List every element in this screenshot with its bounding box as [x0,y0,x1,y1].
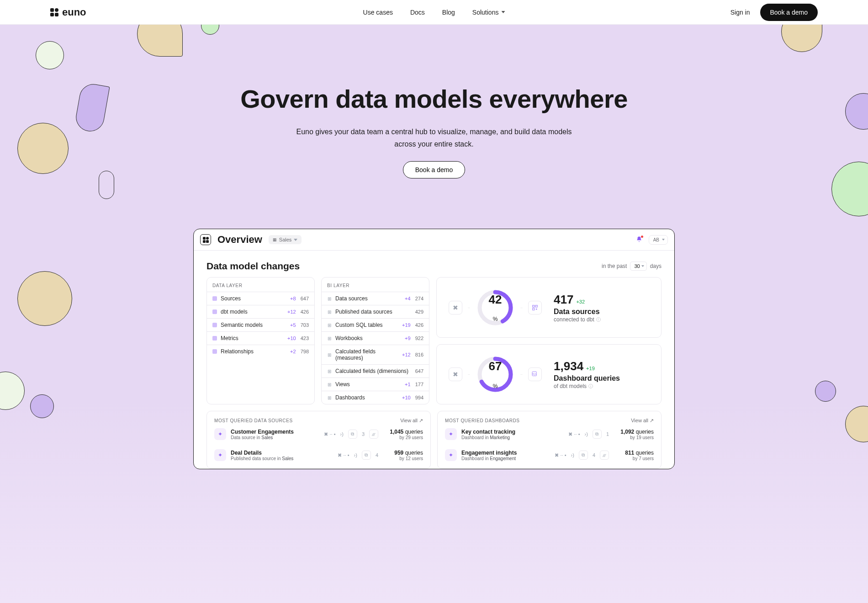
nav-use-cases[interactable]: Use cases [363,9,393,16]
list-row[interactable]: ⊞Calculated fields (dimensions)647 [322,364,429,378]
row-tools: ✖ ·· •›)⧉3⫻ [324,430,378,439]
nav-book-demo-button[interactable]: Book a demo [760,4,818,21]
row-delta: +8 [290,296,296,301]
days-select[interactable]: 30 [630,262,646,271]
row-total: 177 [415,382,423,387]
join-icon: ·· [520,372,523,377]
layer-icon: ⊞ [327,395,332,400]
row-label: Custom SQL tables [335,322,402,328]
list-row[interactable]: ⊞Calculated fields (measures)+12816 [322,345,429,364]
list-row[interactable]: Relationships+2798 [207,345,314,358]
row-total: 703 [301,322,309,328]
nav-sign-in[interactable]: Sign in [730,9,750,16]
app-preview: Overview ▦ Sales AB Data model changes i… [193,229,675,469]
hero-title: Govern data models everywhere [0,25,868,114]
bell-icon[interactable] [636,236,642,244]
queried-row[interactable]: ✦Customer EngagementsData source in Sale… [214,424,423,445]
row-label: Calculated fields (dimensions) [335,368,411,374]
row-label: Dashboards [335,394,402,401]
info-icon[interactable]: i [588,384,593,388]
layer-icon: ⊞ [327,323,332,327]
list-row[interactable]: Metrics+10423 [207,331,314,345]
close-icon: ✖ [449,301,462,315]
source-icon: ✦ [445,449,457,461]
view-all-link[interactable]: View all ↗ [631,418,654,424]
row-delta: +10 [287,336,296,341]
row-label: Semantic models [221,322,290,328]
stat-dashboard-queries: ✖··67%··SQL1,934+19Dashboard queriesof d… [436,344,662,405]
workspace-chip[interactable]: ▦ Sales [269,235,302,244]
hero-subtitle: Euno gives your data team a central hub … [292,126,576,150]
layer-icon: ⊞ [327,336,332,341]
row-delta: +5 [290,322,296,328]
copy-icon: ⧉ [579,451,588,460]
decor-blob [845,406,868,442]
brand-name: euno [62,6,86,18]
list-row[interactable]: ⊞Custom SQL tables+19426 [322,318,429,331]
row-delta: +12 [402,352,411,357]
nav-solutions[interactable]: Solutions [472,9,505,16]
layer-icon [212,323,217,327]
stat-text: 417+32Data sourcesconnected to dbt i [554,293,601,323]
svg-rect-4 [533,308,535,310]
copy-icon: ⧉ [362,451,371,460]
queried-row[interactable]: ✦Engagement insightsDashboard in Engagem… [445,445,654,466]
decor-blob [17,123,69,174]
brand-mark-icon [50,8,58,16]
list-row[interactable]: Semantic models+5703 [207,318,314,331]
avatar-menu[interactable]: AB [649,235,668,245]
row-tools: ✖ ·· •›)⧉4 [338,451,378,460]
app-logo-icon[interactable] [200,234,211,245]
bi-layer-panel: BI LAYER ⊞Data sources+4274⊞Published da… [321,277,429,404]
svg-rect-2 [533,305,535,307]
row-total: 426 [415,322,423,328]
copy-icon: ⧉ [348,430,357,439]
row-label: Views [335,381,405,388]
layer-icon: ⊞ [327,296,332,301]
nav-blog[interactable]: Blog [442,9,455,16]
layer-icon: ⊞ [327,352,332,357]
info-icon[interactable]: i [596,317,601,322]
join-icon: ·· [520,305,523,310]
copy-icon: ⧉ [593,430,602,439]
list-row[interactable]: ⊞Data sources+4274 [322,292,429,305]
list-row[interactable]: dbt models+12426 [207,305,314,318]
row-total: 426 [301,309,309,315]
nav-docs[interactable]: Docs [410,9,425,16]
hero-book-demo-button[interactable]: Book a demo [403,161,466,178]
list-row[interactable]: Sources+8647 [207,292,314,305]
row-label: Calculated fields (measures) [335,348,402,361]
svg-text:SQL: SQL [532,373,537,375]
join-icon: ·· [468,305,470,310]
list-row[interactable]: ⊞Workbooks+9922 [322,331,429,345]
svg-rect-3 [535,305,537,307]
queried-row[interactable]: ✦Deal DetailsPublished data source in Sa… [214,445,423,466]
chart-icon: ⫻ [369,430,378,439]
decor-blob [99,171,114,199]
list-row[interactable]: ⊞Published data sources429 [322,305,429,318]
source-icon: ✦ [445,428,457,440]
list-row[interactable]: ⊞Dashboards+10994 [322,391,429,404]
panel-label: MOST QUERIED DATA SOURCES [214,418,293,423]
grid-icon [528,301,542,315]
row-delta: +12 [287,309,296,315]
source-icon: ✦ [214,449,226,461]
donut-gauge: 42% [476,288,515,327]
decor-blob [0,372,25,410]
layer-icon [212,309,217,314]
brand-logo[interactable]: euno [50,6,86,18]
layer-icon [212,336,217,341]
row-delta: +19 [402,322,411,328]
view-all-link[interactable]: View all ↗ [400,418,423,424]
row-label: Metrics [221,335,287,341]
chart-icon: ⫻ [600,451,609,460]
row-total: 922 [415,336,423,341]
data-layer-panel: DATA LAYER Sources+8647dbt models+12426S… [206,277,315,404]
row-label: Published data sources [335,309,411,315]
decor-blob [815,381,836,402]
chevron-down-icon [501,11,505,13]
queried-row[interactable]: ✦Key contact trackingDashboard in Market… [445,424,654,445]
list-row[interactable]: ⊞Views+1177 [322,378,429,391]
row-total: 429 [415,309,423,315]
row-total: 816 [415,352,423,357]
